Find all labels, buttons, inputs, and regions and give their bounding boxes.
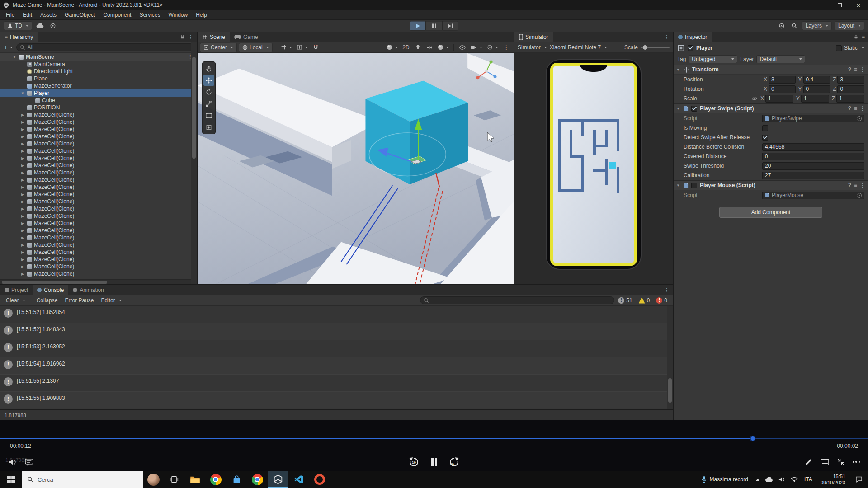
expand-icon[interactable]: ▶ bbox=[20, 164, 25, 168]
active-checkbox[interactable] bbox=[688, 45, 693, 51]
expand-icon[interactable]: ▶ bbox=[20, 171, 25, 175]
expand-icon[interactable]: ▶ bbox=[20, 135, 25, 139]
transform-header[interactable]: ▼ Transform ? ≡ ⋮ bbox=[674, 65, 868, 75]
scene-kebab-icon[interactable]: ⋮ bbox=[501, 43, 511, 52]
expand-icon[interactable]: ▼ bbox=[20, 91, 25, 95]
transform-tool-button[interactable] bbox=[203, 122, 214, 133]
minimize-button[interactable] bbox=[811, 0, 830, 10]
scale-y-field[interactable]: 1 bbox=[801, 95, 829, 103]
more-options-icon[interactable] bbox=[853, 461, 860, 463]
maximize-button[interactable] bbox=[830, 0, 849, 10]
hierarchy-item-mazecell-clone-[interactable]: ▶MazeCell(Clone) bbox=[0, 140, 197, 147]
rotation-z-field[interactable]: 0 bbox=[837, 85, 864, 93]
lock-icon[interactable] bbox=[180, 34, 185, 39]
kebab-icon[interactable]: ⋮ bbox=[664, 287, 670, 293]
hierarchy-item-mazecell-clone-[interactable]: ▶MazeCell(Clone) bbox=[0, 191, 197, 198]
unity-taskbar-icon[interactable] bbox=[268, 471, 288, 488]
hierarchy-item-mazecell-clone-[interactable]: ▶MazeCell(Clone) bbox=[0, 133, 197, 140]
hierarchy-item-mazecell-clone-[interactable]: ▶MazeCell(Clone) bbox=[0, 147, 197, 155]
snap-magnet-icon[interactable] bbox=[311, 43, 321, 52]
hierarchy-item-mazecell-clone-[interactable]: ▶MazeCell(Clone) bbox=[0, 198, 197, 205]
editor-dropdown[interactable]: Editor bbox=[98, 296, 124, 305]
volume-tray-icon[interactable] bbox=[775, 471, 788, 488]
scale-z-field[interactable]: 1 bbox=[836, 95, 864, 103]
hierarchy-item-mazecell-clone-[interactable]: ▶MazeCell(Clone) bbox=[0, 118, 197, 126]
distance-before-collision-field[interactable]: 4.40568 bbox=[762, 143, 864, 151]
expand-icon[interactable]: ▼ bbox=[12, 55, 17, 59]
hierarchy-item-mazegenerator[interactable]: MazeGenerator bbox=[0, 82, 197, 89]
expand-icon[interactable]: ▶ bbox=[20, 142, 25, 146]
menu-item-services[interactable]: Services bbox=[135, 10, 164, 19]
static-dropdown[interactable]: Static bbox=[836, 45, 864, 51]
foldout-icon[interactable]: ▼ bbox=[676, 107, 681, 111]
expand-icon[interactable]: ▶ bbox=[20, 113, 25, 117]
is-moving-checkbox[interactable] bbox=[762, 125, 768, 131]
camera-settings-dropdown[interactable] bbox=[469, 43, 484, 52]
tab-animation[interactable]: Animation bbox=[68, 285, 108, 295]
help-icon[interactable]: ? bbox=[848, 66, 851, 73]
tab-project[interactable]: Project bbox=[0, 285, 33, 295]
expand-icon[interactable]: ▶ bbox=[20, 272, 25, 276]
record-status[interactable]: Massima record bbox=[697, 471, 753, 488]
browser-icon-2[interactable] bbox=[247, 471, 268, 488]
expand-icon[interactable]: ▶ bbox=[20, 178, 25, 182]
2d-toggle[interactable]: 2D bbox=[401, 43, 411, 52]
object-name[interactable]: Player bbox=[696, 45, 712, 51]
task-view-icon[interactable] bbox=[164, 471, 184, 488]
hierarchy-item-mazecell-clone-[interactable]: ▶MazeCell(Clone) bbox=[0, 169, 197, 176]
object-picker-icon[interactable] bbox=[857, 116, 862, 121]
view-tool-button[interactable] bbox=[203, 63, 214, 74]
kebab-icon[interactable]: ⋮ bbox=[860, 182, 865, 188]
tab-console[interactable]: Console bbox=[33, 285, 68, 295]
clock[interactable]: 15:51 09/10/2023 bbox=[816, 471, 850, 488]
rewind-10-button[interactable]: 10 bbox=[408, 456, 420, 468]
expand-icon[interactable]: ▶ bbox=[20, 192, 25, 197]
help-icon[interactable]: ? bbox=[848, 182, 851, 188]
hierarchy-item-mazecell-clone-[interactable]: ▶MazeCell(Clone) bbox=[0, 212, 197, 220]
kebab-icon[interactable]: ⋮ bbox=[860, 66, 865, 73]
expand-icon[interactable]: ▶ bbox=[20, 243, 25, 247]
lighting-toggle-icon[interactable] bbox=[413, 43, 423, 52]
player-swipe-header[interactable]: ▼ Player Swipe (Script) ? ≡ ⋮ bbox=[674, 103, 868, 113]
error-count[interactable]: !0 bbox=[653, 297, 670, 304]
hierarchy-item-mazecell-clone-[interactable]: ▶MazeCell(Clone) bbox=[0, 176, 197, 183]
taskbar-search-input[interactable]: Cerca bbox=[22, 471, 143, 488]
calibration-field[interactable]: 27 bbox=[762, 172, 864, 179]
script-object-field[interactable]: PlayerMouse bbox=[762, 192, 864, 199]
lock-icon[interactable] bbox=[854, 34, 859, 39]
grid-visibility-icon[interactable] bbox=[279, 43, 293, 52]
constrain-proportions-icon[interactable] bbox=[751, 96, 757, 102]
hierarchy-item-mazecell-clone-[interactable]: ▶MazeCell(Clone) bbox=[0, 111, 197, 118]
foldout-icon[interactable]: ▼ bbox=[676, 68, 681, 72]
volume-icon[interactable] bbox=[8, 458, 17, 466]
menu-item-window[interactable]: Window bbox=[164, 10, 192, 19]
console-log-entry[interactable]: ![15:51:52] 1.852854 bbox=[0, 306, 673, 323]
file-explorer-icon[interactable] bbox=[184, 471, 205, 488]
device-dropdown[interactable]: Xiaomi Redmi Note 7 bbox=[550, 44, 607, 51]
hierarchy-item-mazecell-clone-[interactable]: ▶MazeCell(Clone) bbox=[0, 249, 197, 256]
hierarchy-item-mazecell-clone-[interactable]: ▶MazeCell(Clone) bbox=[0, 205, 197, 212]
create-object-button[interactable]: + bbox=[3, 43, 14, 51]
step-button[interactable] bbox=[442, 21, 458, 31]
tab-game[interactable]: Game bbox=[230, 32, 263, 42]
expand-icon[interactable]: ▶ bbox=[20, 149, 25, 153]
add-component-button[interactable]: Add Component bbox=[719, 207, 822, 218]
hierarchy-item-mazecell-clone-[interactable]: ▶MazeCell(Clone) bbox=[0, 270, 197, 277]
store-icon[interactable] bbox=[226, 471, 247, 488]
status-bar[interactable]: 1.817983 bbox=[0, 410, 673, 420]
scene-visibility-icon[interactable] bbox=[457, 43, 467, 52]
hierarchy-item-mazecell-clone-[interactable]: ▶MazeCell(Clone) bbox=[0, 234, 197, 241]
subtitles-icon[interactable] bbox=[25, 458, 33, 466]
scale-tool-button[interactable] bbox=[203, 98, 214, 109]
expand-icon[interactable]: ▶ bbox=[20, 229, 25, 233]
tray-expand-icon[interactable] bbox=[753, 471, 763, 488]
tag-dropdown[interactable]: Untagged bbox=[689, 55, 737, 63]
pivot-dropdown[interactable]: Center bbox=[200, 43, 237, 52]
vscode-icon[interactable] bbox=[288, 471, 309, 488]
position-y-field[interactable]: 0.4 bbox=[803, 76, 830, 84]
hierarchy-item-mazecell-clone-[interactable]: ▶MazeCell(Clone) bbox=[0, 256, 197, 263]
component-enabled-checkbox[interactable] bbox=[691, 106, 697, 112]
hierarchy-item-mazecell-clone-[interactable]: ▶MazeCell(Clone) bbox=[0, 220, 197, 227]
start-button[interactable] bbox=[0, 471, 22, 488]
recorder-app-icon[interactable] bbox=[309, 471, 330, 488]
